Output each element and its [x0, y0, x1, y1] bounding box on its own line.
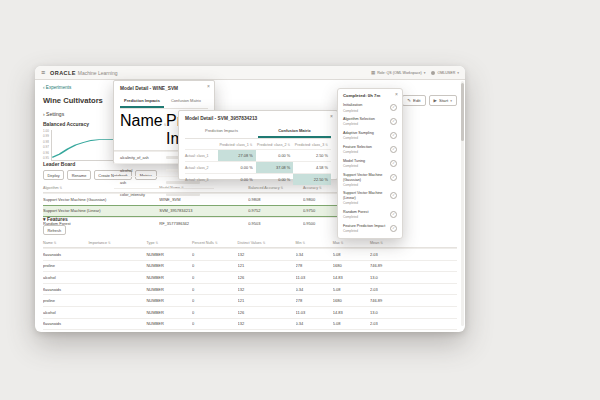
start-button[interactable]: ▶ Start ▾: [429, 95, 457, 106]
status-check-icon: ✓: [390, 211, 397, 218]
column-header-predicted-class2[interactable]: Predicted: class_2⇅: [256, 143, 294, 147]
sort-icon: ⇅: [155, 241, 158, 245]
matrix-row: Actual: class_1 27.08 % 0.00 % 2.50 %: [185, 149, 331, 161]
column-header-balanced-accuracy[interactable]: Balanced Accuracy⇅: [248, 186, 303, 190]
table-row[interactable]: Support Vector Machine (Gaussian) WINE_S…: [43, 193, 385, 205]
scrollbar-thumb[interactable]: [461, 83, 464, 141]
sort-icon: ⇅: [380, 241, 383, 245]
model-name-link[interactable]: SVM_3957834213: [159, 208, 248, 213]
feature-row[interactable]: proline NUMBER 0 121 278 1680 746.89: [43, 329, 457, 332]
distinct-cell: 132: [238, 321, 296, 326]
distinct-cell: 121: [238, 263, 296, 268]
chart-y-axis: 1.00 0.99 0.98 0.97 0.96 0.95: [43, 130, 49, 160]
feature-row[interactable]: proline NUMBER 0 121 278 1680 746.89: [43, 260, 457, 272]
status-check-icon: ✓: [390, 225, 397, 232]
column-header-name[interactable]: Name⇅: [43, 241, 89, 245]
column-header-predicted-class1[interactable]: Predicted: class_1⇅: [218, 143, 256, 147]
matrix-cell: 0.00 %: [256, 174, 294, 185]
balanced-accuracy-cell: 0.9808: [248, 197, 303, 202]
mean-cell: 746.89: [370, 263, 407, 268]
column-label: Type: [146, 241, 154, 245]
min-cell: 11.03: [296, 275, 333, 280]
mean-cell: 2.03: [370, 287, 407, 292]
breadcrumb-label: Experiments: [46, 85, 72, 90]
column-header-distinct-values[interactable]: Distinct Values⇅: [238, 241, 296, 245]
nulls-cell: 0: [192, 287, 238, 292]
caret-down-icon: ▾: [43, 216, 46, 222]
hamburger-menu-icon[interactable]: ≡: [41, 69, 45, 76]
sort-icon: ⇅: [302, 241, 305, 245]
column-header-min[interactable]: Min⇅: [296, 241, 333, 245]
actual-class-label: Actual: class_2: [185, 166, 218, 170]
user-menu[interactable]: OMLUSER ▾: [431, 71, 459, 75]
model-detail-dialog-svm-linear: × Model Detail - SVM_3957834213 Predicti…: [178, 110, 338, 180]
step-status: Completed: [343, 136, 387, 140]
chevron-down-icon: ▾: [424, 71, 426, 75]
mean-cell: 13.0: [370, 310, 407, 315]
matrix-cell: 0.00 %: [218, 162, 256, 173]
workspace-icon: ▦: [371, 70, 375, 75]
feature-row[interactable]: alcohol NUMBER 0 126 11.03 14.83 13.0: [43, 306, 457, 318]
step-name: Algorithm Selection: [343, 117, 387, 122]
tab-confusion-matrix[interactable]: Confusion Matrix: [164, 96, 208, 108]
y-tick: 0.95: [43, 157, 49, 160]
matrix-header: Predicted: class_1⇅ Predicted: class_2⇅ …: [185, 141, 331, 149]
column-header-percent-nulls[interactable]: Percent Nulls⇅: [192, 241, 238, 245]
feature-row[interactable]: flavanoids NUMBER 0 132 0.34 5.08 2.03: [43, 283, 457, 295]
feature-row[interactable]: alcohol NUMBER 0 126 11.03 14.83 13.0: [43, 271, 457, 283]
tab-prediction-impacts[interactable]: Prediction Impacts: [120, 96, 164, 108]
feature-name: flavanoids: [43, 287, 89, 292]
tab-prediction-impacts[interactable]: Prediction Impacts: [185, 126, 258, 138]
settings-toggle[interactable]: › Settings: [43, 111, 64, 117]
y-tick: 0.96: [43, 152, 49, 155]
step-status: Completed: [343, 183, 387, 187]
breadcrumb[interactable]: ‹ Experiments: [43, 85, 71, 90]
close-icon[interactable]: ×: [395, 92, 398, 97]
nulls-cell: 0: [192, 321, 238, 326]
column-header-mean[interactable]: Mean⇅: [370, 241, 407, 245]
type-cell: NUMBER: [146, 263, 192, 268]
nulls-cell: 0: [192, 298, 238, 303]
type-cell: NUMBER: [146, 321, 192, 326]
app-title: Machine Learning: [78, 70, 118, 76]
step-name: Feature Prediction Impact: [343, 224, 387, 229]
column-header-importance[interactable]: Importance⇅: [89, 241, 147, 245]
refresh-button[interactable]: Refresh: [43, 225, 66, 235]
column-label: Importance: [89, 241, 107, 245]
max-cell: 5.08: [333, 252, 370, 257]
matrix-cell: 0.00 %: [256, 150, 294, 161]
rename-button[interactable]: Rename: [67, 170, 91, 180]
status-check-icon: ✓: [390, 192, 397, 199]
list-item: Feature SelectionCompleted ✓: [338, 143, 402, 157]
step-name: Adaptive Sampling: [343, 131, 387, 136]
workspace-selector[interactable]: ▦ Role: QS (OML Workspace) ▾: [371, 70, 426, 75]
feature-row[interactable]: flavanoids NUMBER 0 132 0.34 5.08 2.03: [43, 318, 457, 330]
feature-row[interactable]: flavanoids NUMBER 0 132 0.34 5.08 2.03: [43, 248, 457, 260]
status-check-icon: ✓: [390, 132, 397, 139]
features-title: Features: [47, 216, 68, 222]
tab-confusion-matrix[interactable]: Confusion Matrix: [258, 126, 331, 138]
deploy-button[interactable]: Deploy: [43, 170, 64, 180]
edit-button[interactable]: ✎ Edit: [402, 95, 425, 106]
matrix-row: Actual: class_3 0.00 % 0.00 % 22.50 %: [185, 173, 331, 185]
list-item: Random ForestCompleted ✓: [338, 208, 402, 222]
column-label: Percent Nulls: [192, 241, 214, 245]
close-icon[interactable]: ×: [207, 84, 210, 89]
step-status: Completed: [343, 229, 387, 233]
feature-name: proline: [43, 298, 89, 303]
feature-row[interactable]: proline NUMBER 0 121 278 1680 746.89: [43, 294, 457, 306]
step-name: Support Vector Machine (Gaussian): [343, 173, 387, 182]
app-header: ≡ ORACLE Machine Learning ▦ Role: QS (OM…: [35, 66, 465, 80]
min-cell: 11.03: [296, 310, 333, 315]
close-icon[interactable]: ×: [330, 114, 333, 119]
scrollbar[interactable]: [461, 81, 464, 326]
max-cell: 1680: [333, 263, 370, 268]
feature-name: alcohol: [43, 275, 89, 280]
column-label: Min: [296, 241, 302, 245]
column-header-name[interactable]: Name⇅: [120, 112, 166, 148]
dialog-title: Model Detail - SVM_3957834213: [179, 111, 337, 124]
header-controls: ▦ Role: QS (OML Workspace) ▾ OMLUSER ▾: [371, 70, 465, 75]
column-header-predicted-class3[interactable]: Predicted: class_3⇅: [293, 143, 331, 147]
column-header-type[interactable]: Type⇅: [146, 241, 192, 245]
column-header-max[interactable]: Max⇅: [333, 241, 370, 245]
